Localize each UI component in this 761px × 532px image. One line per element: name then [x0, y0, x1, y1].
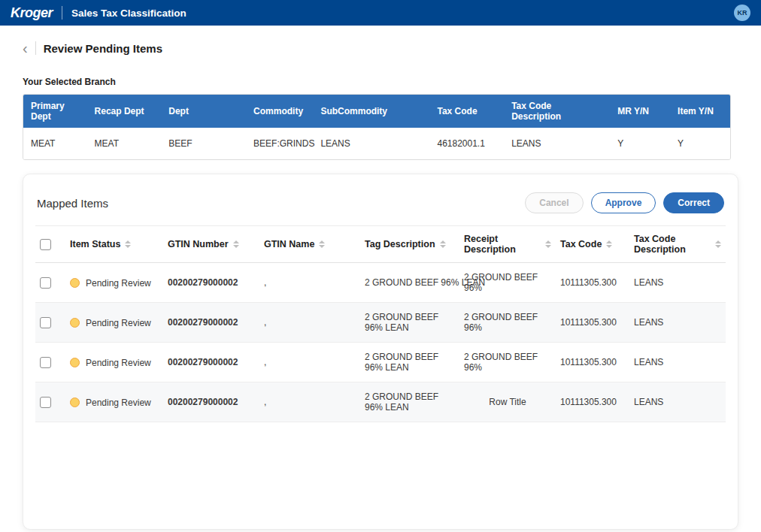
column-header-receipt-description: Receipt Description	[464, 234, 541, 255]
branch-item-yn: Y	[670, 128, 730, 159]
pending-status-icon	[70, 397, 80, 407]
sort-icon[interactable]	[715, 240, 721, 248]
branch-col-item-yn: Item Y/N	[670, 95, 730, 128]
selected-branch-table: Primary Dept Recap Dept Dept Commodity S…	[23, 94, 731, 160]
app-title: Sales Tax Classification	[71, 8, 186, 19]
sort-icon[interactable]	[440, 240, 446, 248]
tag-description-cell: 2 GROUND BEEF 96% LEAN	[360, 382, 459, 422]
pending-status-icon	[70, 318, 80, 328]
user-avatar[interactable]: KR	[734, 5, 750, 21]
mapped-items-header: Mapped Items Cancel Approve Correct	[35, 186, 726, 225]
table-row: Pending Review 00200279000002 , 2 GROUND…	[35, 382, 726, 422]
column-header-gtin-number: GTIN Number	[168, 239, 229, 249]
page-content: ‹ Review Pending Items Your Selected Bra…	[0, 39, 761, 530]
branch-tax-code-description: LEANS	[504, 128, 610, 159]
column-header-tax-code-description: Tax Code Description	[634, 234, 711, 255]
row-checkbox[interactable]	[40, 357, 51, 368]
approve-button[interactable]: Approve	[591, 192, 656, 213]
row-checkbox[interactable]	[40, 317, 51, 328]
column-header-item-status: Item Status	[70, 239, 120, 249]
gtin-name-cell: ,	[259, 263, 360, 303]
mapped-items-table: Item Status GTIN Number GTIN Name Tag De…	[35, 225, 726, 422]
branch-primary-dept: MEAT	[23, 128, 87, 159]
kroger-logo: Kroger	[11, 5, 53, 21]
item-status: Pending Review	[86, 277, 151, 288]
mapped-header-row: Item Status GTIN Number GTIN Name Tag De…	[35, 226, 726, 263]
receipt-description-cell: 2 GROUND BEEF 96%	[459, 303, 556, 343]
branch-col-mr-yn: MR Y/N	[610, 95, 670, 128]
branch-col-recap-dept: Recap Dept	[87, 95, 162, 128]
page-header: ‹ Review Pending Items	[23, 39, 738, 57]
table-row: Pending Review 00200279000002 , 2 GROUND…	[35, 343, 726, 382]
sort-icon[interactable]	[233, 240, 239, 248]
item-status: Pending Review	[86, 357, 151, 367]
column-header-tag-description: Tag Description	[365, 239, 435, 249]
branch-col-tax-code: Tax Code	[429, 95, 504, 128]
sort-icon[interactable]	[319, 240, 325, 248]
tax-code-cell: 10111305.300	[556, 343, 629, 382]
branch-tax-code: 46182001.1	[429, 128, 504, 159]
topbar: Kroger Sales Tax Classification KR	[0, 0, 761, 26]
sort-icon[interactable]	[545, 240, 551, 248]
branch-section-label: Your Selected Branch	[23, 77, 738, 87]
gtin-name-cell: ,	[259, 303, 360, 343]
item-status: Pending Review	[86, 397, 151, 407]
row-checkbox[interactable]	[40, 277, 51, 289]
branch-header-row: Primary Dept Recap Dept Dept Commodity S…	[23, 95, 730, 128]
branch-col-commodity: Commodity	[246, 95, 313, 128]
branch-subcommodity: LEANS	[313, 128, 429, 159]
correct-button[interactable]: Correct	[663, 192, 724, 213]
branch-mr-yn: Y	[610, 128, 670, 159]
tax-code-cell: 10111305.300	[556, 382, 629, 422]
back-button[interactable]: ‹	[23, 41, 28, 56]
column-header-tax-code: Tax Code	[560, 239, 602, 249]
branch-col-tax-code-description: Tax Code Description	[504, 95, 610, 128]
tax-code-description-cell: LEANS	[629, 343, 726, 382]
pending-status-icon	[70, 358, 80, 367]
receipt-description-cell: 2 GROUND BEEF 96%	[459, 263, 556, 303]
branch-data-row: MEAT MEAT BEEF BEEF:GRINDS LEANS 4618200…	[23, 128, 730, 159]
table-row: Pending Review 00200279000002 , 2 GROUND…	[35, 303, 726, 343]
sort-icon[interactable]	[125, 240, 131, 248]
receipt-description-cell: Row Title	[459, 382, 556, 422]
topbar-divider	[62, 6, 62, 20]
tax-code-description-cell: LEANS	[629, 263, 726, 303]
tag-description-cell: 2 GROUND BEEF 96% LEAN	[360, 303, 459, 343]
tax-code-description-cell: LEANS	[629, 303, 726, 343]
branch-dept: BEEF	[161, 128, 246, 159]
action-buttons: Cancel Approve Correct	[525, 192, 724, 213]
cancel-button[interactable]: Cancel	[525, 192, 583, 213]
branch-recap-dept: MEAT	[87, 128, 162, 159]
branch-col-dept: Dept	[161, 95, 246, 128]
branch-col-subcommodity: SubCommodity	[313, 95, 429, 128]
gtin-number-cell: 00200279000002	[163, 343, 259, 382]
tag-description-cell: 2 GROUND BEEF 96% LEAN	[360, 263, 459, 303]
receipt-description-cell: 2 GROUND BEEF 96%	[459, 343, 556, 382]
gtin-name-cell: ,	[259, 343, 360, 382]
gtin-name-cell: ,	[259, 382, 360, 422]
tax-code-cell: 10111305.300	[556, 263, 629, 303]
tax-code-cell: 10111305.300	[556, 303, 629, 343]
pending-status-icon	[70, 278, 80, 288]
column-header-gtin-name: GTIN Name	[264, 239, 314, 249]
gtin-number-cell: 00200279000002	[163, 303, 259, 343]
table-row: Pending Review 00200279000002 , 2 GROUND…	[35, 263, 726, 303]
item-status: Pending Review	[86, 317, 151, 328]
title-divider	[35, 41, 36, 55]
mapped-items-card: Mapped Items Cancel Approve Correct Item…	[23, 174, 738, 530]
gtin-number-cell: 00200279000002	[163, 263, 259, 303]
mapped-items-title: Mapped Items	[37, 197, 108, 210]
row-checkbox[interactable]	[40, 397, 51, 408]
sort-icon[interactable]	[606, 240, 612, 248]
select-all-checkbox[interactable]	[40, 239, 51, 250]
branch-commodity: BEEF:GRINDS	[246, 128, 313, 159]
tag-description-cell: 2 GROUND BEEF 96% LEAN	[360, 343, 459, 382]
branch-col-primary-dept: Primary Dept	[23, 95, 87, 128]
tax-code-description-cell: LEANS	[629, 382, 726, 422]
gtin-number-cell: 00200279000002	[163, 382, 259, 422]
page-title: Review Pending Items	[44, 42, 162, 55]
